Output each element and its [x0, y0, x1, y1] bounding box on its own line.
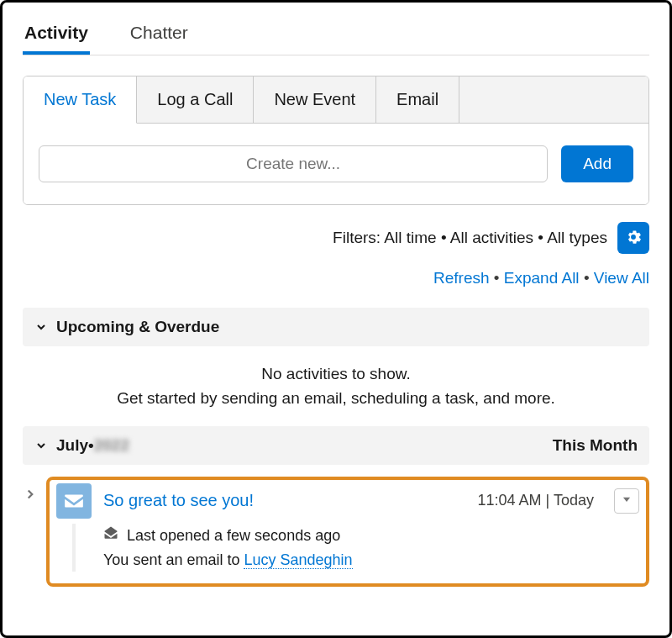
- composer-body: Add: [24, 124, 648, 204]
- timeline-settings-button[interactable]: [617, 222, 649, 254]
- upcoming-empty-state: No activities to show. Get started by se…: [23, 361, 649, 411]
- composer-tab-new-task[interactable]: New Task: [24, 76, 137, 124]
- item-actions-menu[interactable]: [614, 488, 639, 514]
- timeline-links: Refresh • Expand All • View All: [23, 269, 649, 287]
- sent-to-line: You sent an email to Lucy Sandeghin: [103, 548, 639, 572]
- filters-row: Filters: All time • All activities • All…: [23, 222, 649, 254]
- recipient-link[interactable]: Lucy Sandeghin: [244, 551, 352, 569]
- caret-down-icon: [621, 493, 633, 509]
- filters-summary: Filters: All time • All activities • All…: [333, 229, 607, 247]
- svg-marker-0: [623, 498, 630, 502]
- month-header[interactable]: July • 2022 This Month: [23, 426, 649, 465]
- month-year-redacted: 2022: [94, 436, 129, 455]
- opened-envelope-icon: [103, 524, 118, 548]
- month-right-label: This Month: [553, 436, 638, 455]
- tab-activity[interactable]: Activity: [23, 13, 90, 55]
- empty-line2: Get started by sending an email, schedul…: [23, 386, 649, 410]
- separator: •: [494, 269, 504, 287]
- activity-composer: New Task Log a Call New Event Email Add: [23, 76, 649, 205]
- chevron-down-icon: [34, 439, 48, 452]
- composer-tab-email[interactable]: Email: [376, 76, 459, 124]
- refresh-link[interactable]: Refresh: [433, 269, 490, 287]
- timeline-item-header: So great to see you! 11:04 AM | Today: [56, 483, 639, 519]
- view-all-link[interactable]: View All: [594, 269, 649, 287]
- email-subject-link[interactable]: So great to see you!: [103, 491, 254, 510]
- month-dot: •: [88, 436, 94, 455]
- item-timestamp: 11:04 AM | Today: [478, 492, 594, 509]
- main-tabs: Activity Chatter: [23, 13, 649, 55]
- composer-tab-filler: [459, 76, 648, 124]
- tab-chatter[interactable]: Chatter: [129, 13, 190, 55]
- composer-tab-new-event[interactable]: New Event: [254, 76, 376, 124]
- email-icon: [56, 483, 92, 519]
- expand-item-button[interactable]: [23, 487, 38, 505]
- composer-tabs: New Task Log a Call New Event Email: [24, 76, 648, 124]
- upcoming-overdue-header[interactable]: Upcoming & Overdue: [23, 308, 649, 346]
- timeline-item-highlight: So great to see you! 11:04 AM | Today La…: [46, 477, 649, 588]
- chevron-down-icon: [34, 320, 48, 334]
- timeline-item-body: Last opened a few seconds ago You sent a…: [72, 524, 639, 572]
- last-opened-text: Last opened a few seconds ago: [127, 524, 340, 548]
- upcoming-overdue-title: Upcoming & Overdue: [56, 318, 219, 336]
- add-button[interactable]: Add: [561, 145, 633, 182]
- timeline-item-row: So great to see you! 11:04 AM | Today La…: [23, 477, 649, 588]
- separator: •: [584, 269, 594, 287]
- last-opened-line: Last opened a few seconds ago: [103, 524, 639, 548]
- expand-all-link[interactable]: Expand All: [504, 269, 580, 287]
- composer-tab-log-call[interactable]: Log a Call: [137, 76, 254, 124]
- month-label: July: [56, 436, 88, 455]
- empty-line1: No activities to show.: [23, 361, 649, 386]
- create-subject-input[interactable]: [39, 145, 548, 182]
- sent-prefix: You sent an email to: [103, 551, 244, 568]
- gear-icon: [625, 229, 642, 248]
